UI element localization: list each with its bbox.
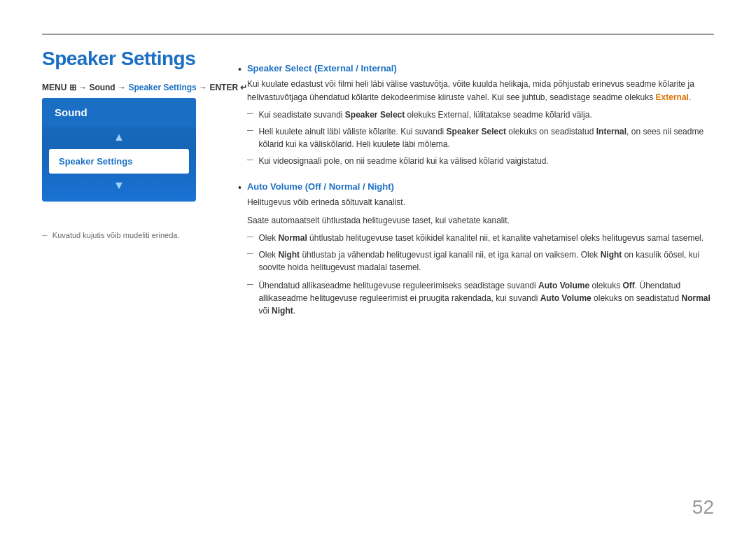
speaker-select-title-rest: (External / Internal) bbox=[312, 63, 396, 73]
menu-label: MENU bbox=[42, 83, 66, 92]
av-footer-dash: ─ bbox=[247, 279, 253, 317]
auto-volume-ref-2: Auto Volume bbox=[540, 293, 592, 303]
off-label: Off bbox=[622, 281, 634, 290]
sub-text-1: Kui seadistate suvandi Speaker Select ol… bbox=[258, 108, 592, 121]
external-label-1: External bbox=[656, 92, 689, 102]
menu-step-sound: Sound bbox=[89, 83, 115, 92]
model-note: Kuvatud kujutis võib mudeliti erineda. bbox=[42, 231, 196, 239]
speaker-select-bold-1: Speaker Select bbox=[345, 110, 405, 120]
sub-dash-3: ─ bbox=[247, 155, 253, 167]
menu-path: MENU ⊞ → Sound → Speaker Settings → ENTE… bbox=[42, 83, 247, 92]
night-label-2: Night bbox=[601, 250, 622, 260]
note-text: Kuvatud kujutis võib mudeliti erineda. bbox=[52, 231, 180, 239]
right-content-area: • Speaker Select (External / Internal) K… bbox=[238, 63, 714, 492]
av-dash-2: ─ bbox=[247, 248, 253, 274]
page-number: 52 bbox=[692, 496, 714, 519]
sub-dash-1: ─ bbox=[247, 108, 253, 121]
night-label-3: Night bbox=[272, 306, 293, 316]
speaker-select-content: Speaker Select (External / Internal) Kui… bbox=[247, 63, 714, 171]
sub-text-2: Heli kuulete ainult läbi väliste kõlarit… bbox=[258, 125, 714, 150]
menu-step-speaker-settings: Speaker Settings bbox=[128, 83, 196, 92]
normal-label-1: Normal bbox=[278, 233, 307, 243]
av-text-2: Olek Night ühtlustab ja vähendab helitug… bbox=[258, 248, 714, 274]
speaker-select-section: • Speaker Select (External / Internal) K… bbox=[238, 63, 714, 171]
av-text-1: Olek Normal ühtlustab helitugevuse taset… bbox=[258, 232, 704, 244]
tv-panel-up-arrow[interactable]: ▲ bbox=[42, 127, 196, 148]
auto-volume-title-blue: Auto Volume bbox=[247, 181, 302, 192]
auto-volume-title-rest: (Off / Normal / Night) bbox=[302, 181, 394, 192]
menu-icon: ⊞ bbox=[69, 83, 76, 92]
auto-volume-content: Auto Volume (Off / Normal / Night) Helit… bbox=[247, 181, 714, 321]
auto-volume-ref-1: Auto Volume bbox=[538, 281, 589, 290]
tv-panel-down-arrow[interactable]: ▼ bbox=[42, 175, 196, 196]
sub-note-2: ─ Heli kuulete ainult läbi väliste kõlar… bbox=[247, 125, 714, 150]
sub-dash-2: ─ bbox=[247, 125, 253, 150]
sub-text-3: Kui videosignaali pole, on nii seadme kõ… bbox=[258, 155, 548, 167]
auto-volume-desc-2: Saate automaatselt ühtlustada helitugevu… bbox=[247, 214, 714, 227]
bullet-1: • bbox=[238, 63, 241, 171]
auto-volume-title: Auto Volume (Off / Normal / Night) bbox=[247, 181, 714, 192]
page-title: Speaker Settings bbox=[42, 48, 195, 70]
arrow-1: → bbox=[78, 83, 89, 92]
top-divider-gray bbox=[42, 34, 714, 35]
av-dash-1: ─ bbox=[247, 232, 253, 244]
auto-volume-section: • Auto Volume (Off / Normal / Night) Hel… bbox=[238, 181, 714, 321]
auto-volume-desc-1: Helitugevus võib erineda sõltuvalt kanal… bbox=[247, 196, 714, 209]
internal-label: Internal bbox=[596, 127, 626, 136]
auto-vol-footer: ─ Ühendatud allikaseadme helitugevuse re… bbox=[247, 279, 714, 317]
tv-menu-panel: Sound ▲ Speaker Settings ▼ bbox=[42, 98, 196, 202]
arrow-2: → bbox=[118, 83, 128, 92]
sub-note-3: ─ Kui videosignaali pole, on nii seadme … bbox=[247, 155, 714, 167]
tv-panel-item-speaker-settings[interactable]: Speaker Settings bbox=[49, 149, 189, 174]
arrow-3: → bbox=[199, 83, 209, 92]
external-label-2: External bbox=[438, 110, 469, 120]
bullet-2: • bbox=[238, 181, 241, 321]
auto-vol-sub-1: ─ Olek Normal ühtlustab helitugevuse tas… bbox=[247, 232, 714, 244]
av-footer-text: Ühendatud allikaseadme helitugevuse regu… bbox=[258, 279, 714, 317]
speaker-select-title-orange: Speaker Select bbox=[247, 63, 312, 73]
speaker-select-title: Speaker Select (External / Internal) bbox=[247, 63, 714, 73]
normal-label-2: Normal bbox=[682, 293, 710, 303]
night-label-1: Night bbox=[278, 250, 300, 260]
auto-vol-sub-2: ─ Olek Night ühtlustab ja vähendab helit… bbox=[247, 248, 714, 274]
speaker-select-bold-2: Speaker Select bbox=[447, 127, 506, 136]
sub-note-1: ─ Kui seadistate suvandi Speaker Select … bbox=[247, 108, 714, 121]
menu-step-enter: ENTER bbox=[209, 83, 238, 92]
tv-panel-header: Sound bbox=[42, 98, 196, 127]
speaker-select-desc: Kui kuulate edastust või filmi heli läbi… bbox=[247, 78, 714, 104]
